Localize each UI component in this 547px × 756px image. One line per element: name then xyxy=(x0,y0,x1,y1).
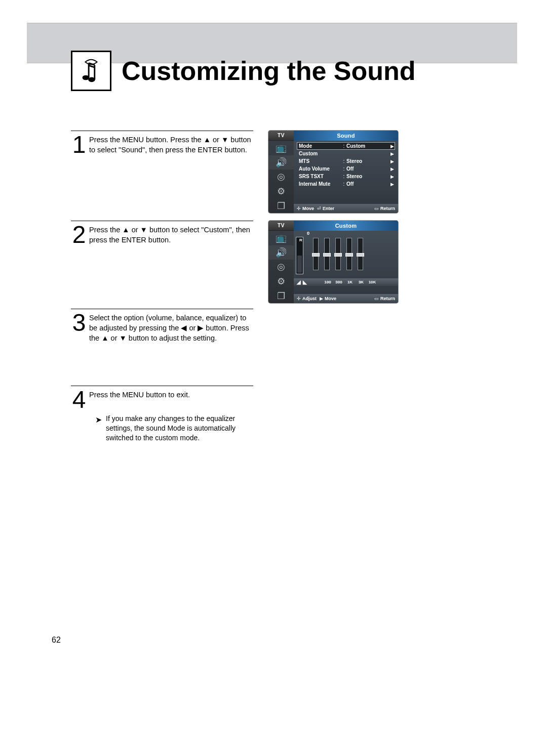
step2-rule xyxy=(71,221,253,221)
sidebar-sound-icon[interactable]: 🔊 xyxy=(268,155,294,170)
manual-page: Customizing the Sound 1 Press the MENU b… xyxy=(0,0,547,756)
music-svg-icon xyxy=(76,56,106,86)
arrow-right-icon: ▶ xyxy=(390,151,395,156)
osd-tv-label: TV xyxy=(268,131,294,141)
step1-rule xyxy=(71,131,253,131)
sidebar-setup-icon[interactable]: ⚙ xyxy=(268,184,294,199)
step-2-text: Press the ▲ or ▼ button to select "Custo… xyxy=(87,225,253,245)
eq-band-10k[interactable] xyxy=(358,238,363,270)
menu-row-mts[interactable]: MTS : Stereo ▶ xyxy=(297,157,395,165)
arrow-right-icon: ▶ xyxy=(390,159,395,164)
step-3-text: Select the option (volume, balance, equa… xyxy=(87,313,253,343)
sidebar-setup-icon[interactable]: ⚙ xyxy=(268,274,294,289)
sidebar-channel-icon[interactable]: ◎ xyxy=(268,170,294,184)
menu-row-autovolume[interactable]: Auto Volume : Off ▶ xyxy=(297,165,395,173)
sidebar-picture-icon[interactable]: 📺 xyxy=(268,141,294,155)
note-text: If you make any changes to the equalizer… xyxy=(106,414,257,443)
osd-custom-hint: ✢Adjust ▶Move ▭Return xyxy=(294,294,398,303)
step-2-number: 2 xyxy=(71,223,87,247)
osd-sound-body: Mode : Custom ▶ Custom ▶ MTS : Ste xyxy=(294,141,398,204)
svg-point-1 xyxy=(88,77,95,82)
section-title-block: Customizing the Sound xyxy=(71,51,416,91)
step-2: 2 Press the ▲ or ▼ button to select "Cus… xyxy=(71,225,253,247)
step3-rule xyxy=(71,309,253,309)
arrow-right-icon: ▶ xyxy=(390,166,395,172)
osd-sound-title: Sound xyxy=(294,131,398,141)
eq-bands-row xyxy=(313,238,363,270)
osd-sound-menu: TV 📺 🔊 ◎ ⚙ ❐ Sound Mode : Custom ▶ xyxy=(268,131,398,213)
eq-band-1k[interactable] xyxy=(335,238,341,270)
arrow-right-icon: ▶ xyxy=(390,182,395,187)
sidebar-picture-icon[interactable]: 📺 xyxy=(268,231,294,245)
eq-band-3k[interactable] xyxy=(346,238,352,270)
speaker-left-icon: ◢ xyxy=(297,279,301,285)
osd-custom-title: Custom xyxy=(294,221,398,231)
menu-row-custom[interactable]: Custom ▶ xyxy=(297,150,395,157)
menu-row-srstsxt[interactable]: SRS TSXT : Stereo ▶ xyxy=(297,173,395,180)
menu-row-internalmute[interactable]: Internal Mute : Off ▶ xyxy=(297,180,395,188)
step-3-number: 3 xyxy=(71,311,87,335)
osd-sidebar: TV 📺 🔊 ◎ ⚙ ❐ xyxy=(268,131,294,213)
music-note-icon xyxy=(71,51,111,91)
step-1: 1 Press the MENU button. Press the ▲ or … xyxy=(71,135,253,157)
osd-sound-hint: ✢Move ⏎Enter ▭Return xyxy=(294,204,398,213)
step-3: 3 Select the option (volume, balance, eq… xyxy=(71,313,253,343)
arrow-right-icon: ▶ xyxy=(390,144,395,149)
osd-sidebar: TV 📺 🔊 ◎ ⚙ ❐ xyxy=(268,221,294,303)
eq-balance-slider[interactable] xyxy=(296,237,303,274)
svg-point-0 xyxy=(83,75,90,80)
equalizer-panel: 0 R ◢ ◣ xyxy=(294,231,398,294)
osd-custom-menu: TV 📺 🔊 ◎ ⚙ ❐ Custom 0 R xyxy=(268,221,398,303)
page-title: Customizing the Sound xyxy=(122,56,416,86)
step4-rule xyxy=(71,386,253,386)
eq-freq-labels: ◢ ◣ 100 300 1K 3K 10K xyxy=(294,278,398,286)
step-4-text: Press the MENU button to exit. xyxy=(87,390,253,400)
eq-band-300[interactable] xyxy=(324,238,330,270)
page-number: 62 xyxy=(52,636,61,645)
eq-zero-label: 0 xyxy=(307,231,309,236)
osd-tv-label: TV xyxy=(268,221,294,231)
sidebar-pip-icon[interactable]: ❐ xyxy=(268,198,294,213)
menu-row-mode[interactable]: Mode : Custom ▶ xyxy=(297,142,395,150)
speaker-right-icon: ◣ xyxy=(303,279,307,285)
sidebar-sound-icon[interactable]: 🔊 xyxy=(268,245,294,260)
step-1-text: Press the MENU button. Press the ▲ or ▼ … xyxy=(87,135,253,155)
eq-band-100[interactable] xyxy=(313,238,319,270)
eq-balance-r-label: R xyxy=(299,238,302,242)
step-1-number: 1 xyxy=(71,133,87,157)
step-4: 4 Press the MENU button to exit. xyxy=(71,390,253,412)
note-block: ➤ If you make any changes to the equaliz… xyxy=(95,414,257,443)
arrow-right-icon: ▶ xyxy=(390,174,395,179)
step-4-number: 4 xyxy=(71,388,87,412)
note-arrow-icon: ➤ xyxy=(95,415,102,443)
sidebar-pip-icon[interactable]: ❐ xyxy=(268,288,294,303)
sidebar-channel-icon[interactable]: ◎ xyxy=(268,260,294,274)
